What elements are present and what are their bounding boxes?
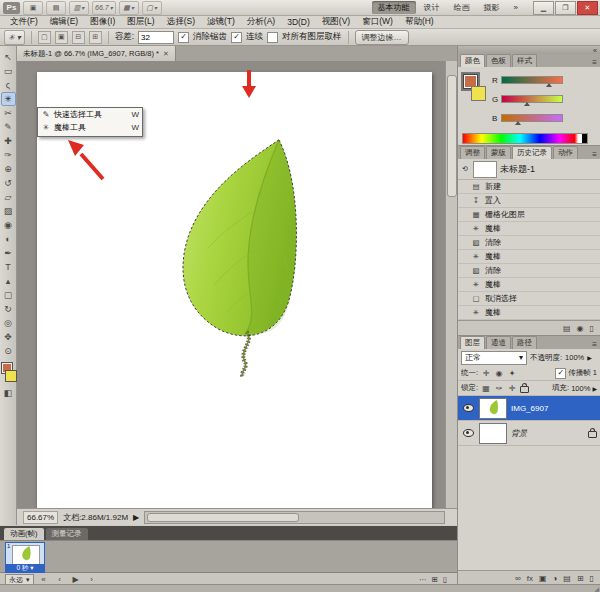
tool-preset-button[interactable]: ✳▾ <box>4 30 25 45</box>
move-tool[interactable]: ↖ <box>1 50 16 64</box>
tab-actions[interactable]: 动作 <box>553 146 578 159</box>
slider-pointer[interactable] <box>546 83 552 87</box>
duplicate-frame-button[interactable]: ⊞ <box>432 575 438 584</box>
hand-tool[interactable]: ✥ <box>1 330 16 344</box>
menu-view[interactable]: 视图(V) <box>316 16 356 28</box>
new-document-from-state-button[interactable]: ▤ <box>563 324 571 333</box>
eraser-tool[interactable]: ▱ <box>1 190 16 204</box>
history-item[interactable]: ✳魔棒 <box>458 278 600 292</box>
history-item[interactable]: ▤新建 <box>458 180 600 194</box>
tab-adjustments[interactable]: 调整 <box>460 146 485 159</box>
restore-button[interactable]: ❐ <box>555 1 576 15</box>
new-group-button[interactable]: ▤ <box>563 574 571 583</box>
clone-stamp-tool[interactable]: ⊕ <box>1 162 16 176</box>
play-button[interactable]: ▶ <box>70 575 82 584</box>
layer-name[interactable]: 背景 <box>511 428 584 439</box>
history-item[interactable]: ↧置入 <box>458 194 600 208</box>
history-item[interactable]: ✳魔棒 <box>458 222 600 236</box>
history-item[interactable]: ✳魔棒 <box>458 250 600 264</box>
tab-close-icon[interactable]: ✕ <box>163 50 169 58</box>
tab-paths[interactable]: 路径 <box>512 336 537 349</box>
subtract-selection-mode-button[interactable]: ⊟ <box>72 31 85 44</box>
layer-thumbnail[interactable] <box>479 423 507 444</box>
history-brush-source-icon[interactable]: ⟲ <box>460 165 470 173</box>
menu-3d[interactable]: 3D(D) <box>281 17 316 27</box>
unify-style-icon[interactable]: ✦ <box>507 369 517 378</box>
opacity-value[interactable]: 100% <box>565 353 584 362</box>
quick-mask-button[interactable]: ◧ <box>1 386 16 400</box>
add-selection-mode-button[interactable]: ▣ <box>55 31 68 44</box>
lock-position-icon[interactable]: ✛ <box>507 384 517 393</box>
3d-camera-tool[interactable]: ◎ <box>1 316 16 330</box>
panel-menu-icon[interactable]: ≡ <box>592 150 598 159</box>
menu-filter[interactable]: 滤镜(T) <box>201 16 241 28</box>
arrange-documents-button[interactable]: ▦▾ <box>119 1 139 15</box>
zoom-level-button[interactable]: 66.7▾ <box>92 1 116 15</box>
layer-thumbnail[interactable] <box>479 398 507 419</box>
layer-visibility-toggle[interactable] <box>461 429 475 437</box>
mini-bridge-button[interactable]: ▤ <box>46 1 66 15</box>
flyout-item-magic-wand[interactable]: ✳ 魔棒工具 W <box>38 121 142 134</box>
new-layer-button[interactable]: ⊞ <box>577 574 584 583</box>
status-zoom-field[interactable]: 66.67% <box>23 511 58 524</box>
chevron-right-icon[interactable]: ▶ <box>592 385 597 392</box>
layer-name[interactable]: IMG_6907 <box>511 404 597 413</box>
background-color-swatch[interactable] <box>5 370 17 382</box>
tab-styles[interactable]: 样式 <box>512 54 537 67</box>
menu-image[interactable]: 图像(I) <box>84 16 121 28</box>
lock-image-icon[interactable]: ✑ <box>494 384 504 393</box>
workspace-photography[interactable]: 摄影 <box>478 1 506 14</box>
propagate-frame-checkbox[interactable]: ✓ <box>555 368 566 379</box>
delete-layer-button[interactable]: ▯ <box>590 574 594 583</box>
resize-grip[interactable]: ◢ <box>594 585 599 592</box>
history-item[interactable]: ✳魔棒 <box>458 306 600 320</box>
menu-help[interactable]: 帮助(H) <box>399 16 440 28</box>
tolerance-input[interactable] <box>138 31 174 44</box>
crop-tool[interactable]: ✂ <box>1 106 16 120</box>
panel-menu-icon[interactable]: ≡ <box>592 340 598 349</box>
new-snapshot-button[interactable]: ◉ <box>577 324 584 333</box>
spot-healing-brush-tool[interactable]: ✚ <box>1 134 16 148</box>
unify-visibility-icon[interactable]: ◉ <box>494 369 504 378</box>
canvas[interactable] <box>37 72 432 508</box>
antialias-checkbox[interactable]: ✓ <box>178 32 189 43</box>
close-button[interactable]: ✕ <box>577 1 598 15</box>
view-extras-button[interactable]: ▥▾ <box>69 1 89 15</box>
intersect-selection-mode-button[interactable]: ⊞ <box>89 31 102 44</box>
tween-button[interactable]: ⋯ <box>419 575 427 584</box>
contiguous-checkbox[interactable]: ✓ <box>231 32 242 43</box>
menu-select[interactable]: 选择(S) <box>161 16 201 28</box>
sample-all-layers-checkbox[interactable] <box>267 32 278 43</box>
link-layers-button[interactable]: ∞ <box>515 574 521 583</box>
status-info-chevron-icon[interactable]: ▶ <box>133 513 139 522</box>
3d-rotate-tool[interactable]: ↻ <box>1 302 16 316</box>
tab-channels[interactable]: 通道 <box>486 336 511 349</box>
history-snapshot-row[interactable]: ⟲ 未标题-1 <box>458 159 600 180</box>
new-selection-mode-button[interactable]: ▢ <box>38 31 51 44</box>
workspace-essentials[interactable]: 基本功能 <box>372 1 416 14</box>
history-brush-tool[interactable]: ↺ <box>1 176 16 190</box>
fill-value[interactable]: 100% <box>571 384 590 393</box>
previous-frame-button[interactable]: ‹ <box>54 575 66 584</box>
panel-menu-icon[interactable]: ≡ <box>592 58 598 67</box>
workspace-painting[interactable]: 绘画 <box>448 1 476 14</box>
scrollbar-thumb[interactable] <box>147 513 299 522</box>
tab-measurement-log[interactable]: 测量记录 <box>46 528 88 540</box>
screen-mode-button[interactable]: ▢▾ <box>142 1 162 15</box>
history-item[interactable]: ▧清除 <box>458 236 600 250</box>
unify-position-icon[interactable]: ✛ <box>481 369 491 378</box>
first-frame-button[interactable]: « <box>38 575 50 584</box>
layer-row-background[interactable]: 背景 <box>458 421 600 446</box>
workspace-more-button[interactable]: » <box>508 2 524 13</box>
scrollbar-thumb[interactable] <box>447 75 457 197</box>
quick-selection-tool[interactable]: ✳ <box>1 92 16 106</box>
workspace-design[interactable]: 设计 <box>418 1 446 14</box>
menu-file[interactable]: 文件(F) <box>4 16 44 28</box>
lock-all-icon[interactable] <box>520 386 529 393</box>
zoom-tool[interactable]: ⊙ <box>1 344 16 358</box>
type-tool[interactable]: T <box>1 260 16 274</box>
minimize-button[interactable]: ▁ <box>533 1 554 15</box>
lock-transparency-icon[interactable]: ▦ <box>481 384 491 393</box>
tab-history[interactable]: 历史记录 <box>512 146 552 159</box>
menu-edit[interactable]: 编辑(E) <box>44 16 84 28</box>
